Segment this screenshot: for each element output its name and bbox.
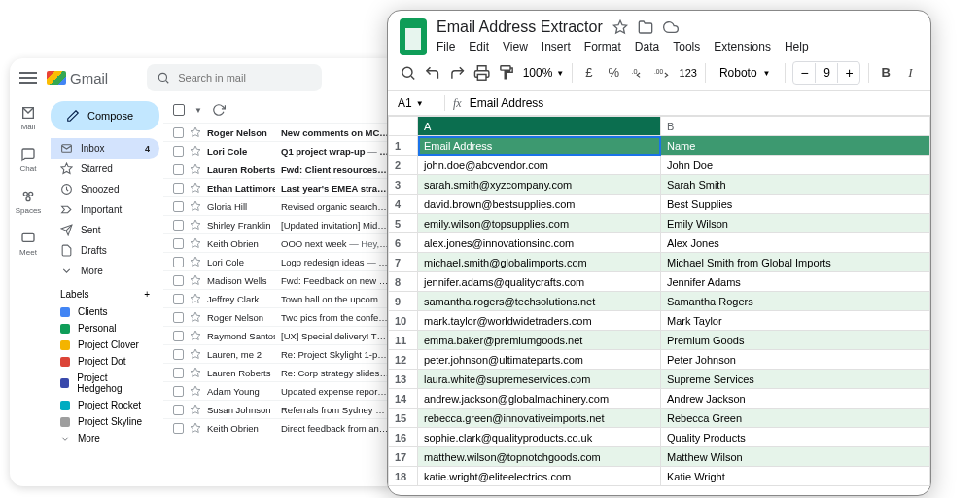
star-icon[interactable] [190, 293, 201, 304]
select-all-checkbox[interactable] [173, 104, 185, 116]
star-icon[interactable] [190, 348, 201, 360]
rail-item-meet[interactable]: Meet [19, 231, 37, 257]
star-icon[interactable] [190, 367, 201, 378]
mail-checkbox[interactable] [173, 312, 184, 323]
mail-row[interactable]: Lauren, me 2Re: Project Skylight 1-pager… [163, 344, 399, 363]
mail-checkbox[interactable] [173, 257, 184, 267]
font-size-input[interactable] [815, 63, 838, 83]
cell[interactable]: Quality Products [661, 428, 930, 447]
row-header-2[interactable]: 2 [389, 156, 418, 175]
search-input[interactable] [178, 72, 312, 84]
row-header-12[interactable]: 12 [389, 350, 418, 370]
mail-checkbox[interactable] [173, 405, 184, 415]
mail-checkbox[interactable] [173, 386, 184, 397]
cell[interactable]: Peter Johnson [661, 350, 930, 370]
row-header-15[interactable]: 15 [389, 409, 418, 428]
percent-button[interactable]: % [606, 64, 622, 82]
nav-inbox[interactable]: Inbox4 [51, 138, 159, 159]
cell[interactable]: John Doe [661, 156, 930, 175]
corner-cell[interactable] [389, 117, 418, 136]
col-header-A[interactable]: A [418, 117, 661, 136]
row-header-10[interactable]: 10 [389, 311, 418, 331]
mail-checkbox[interactable] [173, 331, 184, 341]
mail-checkbox[interactable] [173, 238, 184, 249]
menu-view[interactable]: View [503, 40, 528, 53]
star-icon[interactable] [190, 182, 201, 194]
mail-row[interactable]: Ethan LattimoreLast year's EMEA strategy… [163, 178, 399, 196]
italic-button[interactable]: I [902, 64, 919, 82]
mail-row[interactable]: Lauren RobertsFwd: Client resources for … [163, 160, 399, 178]
row-header-14[interactable]: 14 [389, 389, 418, 409]
cell[interactable]: Jennifer Adams [661, 272, 930, 292]
label-item[interactable]: Project Skyline [51, 413, 159, 430]
mail-checkbox[interactable] [173, 349, 184, 360]
cell[interactable]: Rebecca Green [661, 409, 930, 428]
nav-starred[interactable]: Starred [51, 159, 159, 179]
header-cell[interactable]: Name [661, 136, 930, 156]
cell[interactable]: andrew.jackson@globalmachinery.com [418, 389, 661, 409]
mail-row[interactable]: Lauren RobertsRe: Corp strategy slides —… [163, 363, 399, 381]
menu-extensions[interactable]: Extensions [714, 40, 771, 53]
cell[interactable]: Andrew Jackson [661, 389, 930, 409]
mail-row[interactable]: Roger NelsonTwo pics from the conference [163, 307, 399, 326]
mail-checkbox[interactable] [173, 423, 184, 434]
mail-row[interactable]: Keith ObrienDirect feedback from another [163, 418, 399, 437]
label-item[interactable]: Project Rocket [51, 397, 159, 413]
cell[interactable]: emily.wilson@topsupplies.com [418, 214, 661, 233]
row-header-13[interactable]: 13 [389, 370, 418, 389]
increase-font-button[interactable]: + [838, 62, 859, 84]
cell[interactable]: michael.smith@globalimports.com [418, 253, 661, 272]
mail-checkbox[interactable] [173, 294, 184, 304]
cell[interactable]: Sarah Smith [661, 175, 930, 195]
menu-icon[interactable] [19, 72, 37, 84]
row-header-7[interactable]: 7 [389, 253, 418, 272]
menu-format[interactable]: Format [584, 40, 621, 53]
nav-important[interactable]: Important [51, 199, 159, 220]
mail-row[interactable]: Raymond Santos[UX] Special delivery! Thi… [163, 326, 399, 344]
cell[interactable]: Supreme Services [661, 370, 930, 389]
star-icon[interactable] [190, 330, 201, 341]
star-icon[interactable] [190, 237, 201, 249]
spreadsheet-grid[interactable]: AB1Email AddressName2john.doe@abcvendor.… [388, 116, 930, 495]
mail-checkbox[interactable] [173, 275, 184, 286]
nav-drafts[interactable]: Drafts [51, 240, 159, 261]
format-123-button[interactable]: 123 [680, 67, 697, 79]
cell[interactable]: emma.baker@premiumgoods.net [418, 331, 661, 350]
cell[interactable]: sophie.clark@qualityproducts.co.uk [418, 428, 661, 447]
zoom-selector[interactable]: 100% ▼ [523, 66, 565, 80]
mail-row[interactable]: Roger NelsonNew comments on MCR dra [163, 123, 399, 141]
star-icon[interactable] [190, 385, 201, 397]
search-bar[interactable] [147, 64, 322, 91]
row-header-9[interactable]: 9 [389, 292, 418, 311]
row-header-5[interactable]: 5 [389, 214, 418, 233]
cell[interactable]: david.brown@bestsupplies.com [418, 195, 661, 214]
cell[interactable]: jennifer.adams@qualitycrafts.com [418, 272, 661, 292]
menu-tools[interactable]: Tools [673, 40, 700, 53]
cell[interactable]: Mark Taylor [661, 311, 930, 331]
cloud-icon[interactable] [663, 19, 679, 35]
cell[interactable]: Samantha Rogers [661, 292, 930, 311]
row-header-18[interactable]: 18 [389, 467, 418, 486]
cell[interactable]: matthew.wilson@topnotchgoods.com [418, 447, 661, 467]
cell[interactable]: alex.jones@innovationsinc.com [418, 233, 661, 253]
star-icon[interactable] [190, 200, 201, 212]
star-icon[interactable] [190, 145, 201, 157]
add-label-icon[interactable]: + [144, 289, 150, 300]
mail-row[interactable]: Lori ColeLogo redesign ideas — Excelle [163, 252, 399, 270]
document-title[interactable]: Email Address Extractor [437, 18, 603, 36]
col-header-B[interactable]: B [661, 117, 930, 136]
cell[interactable]: mark.taylor@worldwidetraders.com [418, 311, 661, 331]
mail-checkbox[interactable] [173, 146, 184, 157]
cell[interactable]: Best Supplies [661, 195, 930, 214]
cell[interactable]: sarah.smith@xyzcompany.com [418, 175, 661, 195]
star-icon[interactable] [190, 404, 201, 415]
nav-snoozed[interactable]: Snoozed [51, 179, 159, 199]
label-item[interactable]: Project Clover [51, 337, 159, 353]
menu-insert[interactable]: Insert [542, 40, 571, 53]
star-icon[interactable] [190, 163, 201, 175]
menu-edit[interactable]: Edit [469, 40, 489, 53]
undo-icon[interactable] [424, 64, 440, 82]
star-icon[interactable] [190, 274, 201, 286]
print-icon[interactable] [473, 64, 490, 82]
menu-data[interactable]: Data [635, 40, 659, 53]
